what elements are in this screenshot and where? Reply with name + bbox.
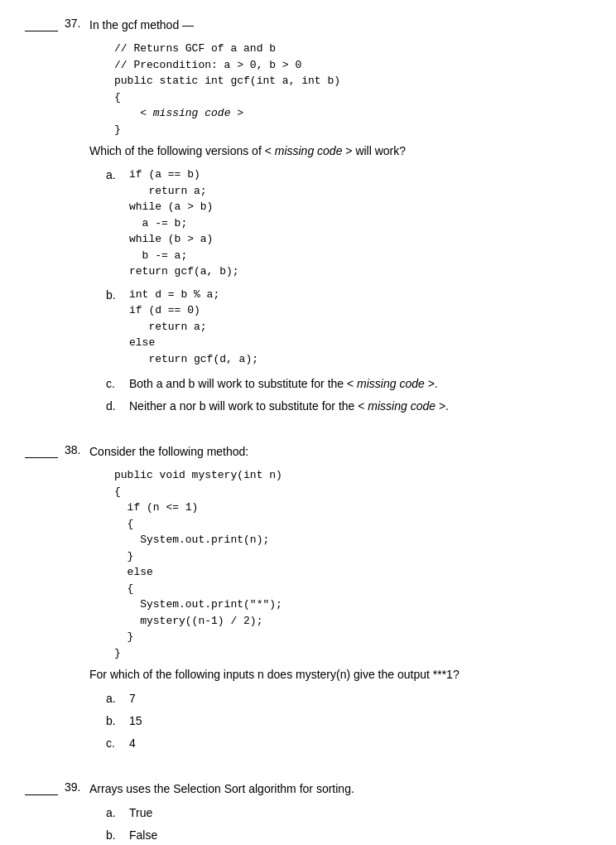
option-code-37b: int d = b % a; if (d == 0) return a; els… [129, 287, 591, 368]
option-label-39b: b. [106, 827, 129, 844]
option-code-37a: if (a == b) return a; while (a > b) a -=… [129, 167, 591, 280]
option-37c: c. Both a and b will work to substitute … [89, 375, 591, 393]
question-content-37: In the gcf method — // Returns GCF of a … [89, 17, 591, 420]
option-content-37d: Neither a nor b will work to substitute … [129, 398, 591, 415]
option-text-37d: Neither a nor b will work to substitute … [129, 399, 449, 413]
question-main-text-38: For which of the following inputs n does… [89, 666, 591, 683]
option-content-39a: True [129, 804, 591, 822]
option-content-38c: 4 [129, 735, 591, 752]
question-38: 38. Consider the following method: publi… [25, 443, 591, 757]
option-content-38b: 15 [129, 712, 591, 730]
options-38: a. 7 b. 15 c. 4 [89, 690, 591, 752]
option-label-39a: a. [106, 804, 129, 822]
question-intro-38: Consider the following method: [89, 443, 591, 461]
option-text-38a: 7 [129, 692, 136, 705]
answer-line-39 [25, 782, 58, 795]
question-37: 37. In the gcf method — // Returns GCF o… [25, 17, 591, 420]
option-38a: a. 7 [89, 690, 591, 707]
option-text-38b: 15 [129, 714, 142, 727]
option-39a: a. True [89, 804, 591, 822]
option-content-37c: Both a and b will work to substitute for… [129, 375, 591, 393]
code-block-37: // Returns GCF of a and b // Preconditio… [114, 41, 591, 138]
option-text-39b: False [129, 828, 157, 842]
answer-line-37 [25, 18, 58, 31]
option-text-39a: True [129, 806, 152, 819]
option-label-38b: b. [106, 712, 129, 730]
option-label-38c: c. [106, 735, 129, 752]
exam-page: 37. In the gcf method — // Returns GCF o… [25, 17, 591, 845]
question-39: 39. Arrays uses the Selection Sort algor… [25, 780, 591, 845]
option-37a: a. if (a == b) return a; while (a > b) a… [89, 167, 591, 280]
question-content-38: Consider the following method: public vo… [89, 443, 591, 757]
option-label-37d: d. [106, 398, 129, 415]
option-39b: b. False [89, 827, 591, 844]
question-number-38: 38. [65, 443, 89, 456]
option-label-37c: c. [106, 375, 129, 393]
code-block-38: public void mystery(int n) { if (n <= 1)… [114, 467, 591, 661]
option-38b: b. 15 [89, 712, 591, 730]
question-content-39: Arrays uses the Selection Sort algorithm… [89, 780, 591, 845]
question-number-39: 39. [65, 780, 89, 794]
option-text-37c: Both a and b will work to substitute for… [129, 377, 438, 390]
option-content-37a: if (a == b) return a; while (a > b) a -=… [129, 167, 591, 280]
options-39: a. True b. False [89, 804, 591, 844]
option-37d: d. Neither a nor b will work to substitu… [89, 398, 591, 415]
answer-line-38 [25, 445, 58, 458]
option-label-37b: b. [106, 287, 129, 304]
option-content-39b: False [129, 827, 591, 844]
question-number-37: 37. [65, 17, 89, 30]
options-37: a. if (a == b) return a; while (a > b) a… [89, 167, 591, 415]
option-text-38c: 4 [129, 736, 136, 750]
option-37b: b. int d = b % a; if (d == 0) return a; … [89, 287, 591, 368]
option-content-37b: int d = b % a; if (d == 0) return a; els… [129, 287, 591, 368]
option-content-38a: 7 [129, 690, 591, 707]
question-main-text-37: Which of the following versions of < mis… [89, 142, 591, 160]
option-38c: c. 4 [89, 735, 591, 752]
option-label-37a: a. [106, 167, 129, 184]
option-label-38a: a. [106, 690, 129, 707]
question-intro-37: In the gcf method — [89, 17, 591, 34]
question-intro-39: Arrays uses the Selection Sort algorithm… [89, 780, 591, 798]
